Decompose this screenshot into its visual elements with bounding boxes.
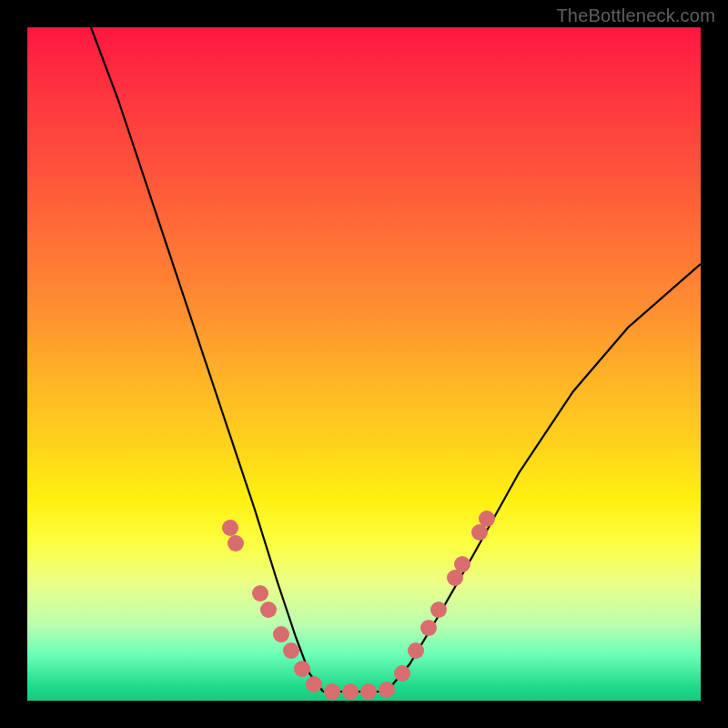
data-point-marker [260, 602, 277, 618]
data-point-marker [273, 626, 289, 642]
data-point-marker [228, 535, 244, 551]
data-point-marker [306, 676, 322, 693]
data-point-marker [360, 683, 377, 700]
data-point-marker [408, 642, 424, 659]
data-point-marker [454, 556, 470, 572]
data-point-marker [283, 642, 299, 659]
data-point-marker [379, 682, 395, 698]
data-point-marker [394, 665, 410, 682]
chart-frame: TheBottleneck.com [0, 0, 728, 728]
data-point-marker [252, 585, 268, 602]
plot-area [27, 27, 701, 701]
watermark-text: TheBottleneck.com [556, 5, 715, 26]
curve-svg [27, 27, 701, 701]
data-point-marker [420, 620, 437, 636]
data-point-marker [479, 511, 495, 527]
data-point-marker [294, 661, 310, 677]
data-point-marker [430, 602, 447, 618]
series-left-curve [91, 27, 323, 692]
data-point-marker [324, 683, 340, 700]
data-point-marker [342, 683, 359, 700]
data-point-marker [222, 520, 238, 536]
